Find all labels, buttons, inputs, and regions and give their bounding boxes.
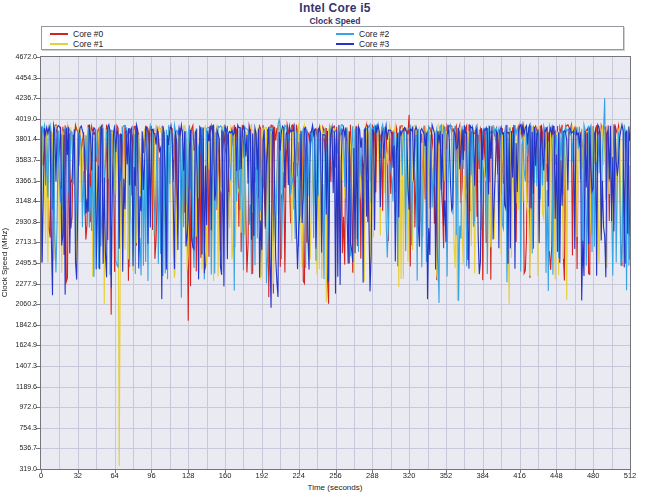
y-tick-label: 4236.7: [0, 94, 37, 102]
plot-canvas: [41, 57, 630, 469]
legend-item-core-0: Core #0: [50, 29, 103, 39]
x-tick-label: 480: [578, 472, 608, 480]
x-tick-label: 256: [321, 472, 351, 480]
y-tick-label: 754.3: [0, 424, 37, 432]
y-tick-label: 3801.4: [0, 135, 37, 143]
plot-area: [40, 56, 631, 470]
x-tick-label: 448: [541, 472, 571, 480]
clock-speed-chart: Intel Core i5 Clock Speed Core #0Core #1…: [0, 0, 670, 502]
y-tick-label: 4672.0: [0, 53, 37, 61]
legend-line-swatch: [50, 43, 68, 45]
legend-line-swatch: [336, 33, 354, 35]
y-tick-label: 3583.7: [0, 156, 37, 164]
y-tick-label: 3366.1: [0, 177, 37, 185]
x-tick-label: 64: [100, 472, 130, 480]
x-tick-label: 128: [173, 472, 203, 480]
y-tick-label: 972.0: [0, 403, 37, 411]
x-tick-label: 352: [431, 472, 461, 480]
legend-label: Core #2: [359, 29, 389, 39]
legend-label: Core #1: [73, 39, 103, 49]
legend-item-core-3: Core #3: [336, 39, 389, 49]
chart-title: Intel Core i5: [0, 1, 670, 15]
x-tick-label: 416: [505, 472, 535, 480]
y-axis-title: Clock Speed (MHz): [0, 193, 9, 333]
x-tick-label: 512: [615, 472, 645, 480]
y-tick-label: 1189.6: [0, 383, 37, 391]
y-tick-label: 4454.3: [0, 74, 37, 82]
legend-item-core-2: Core #2: [336, 29, 389, 39]
y-tick-label: 1407.3: [0, 362, 37, 370]
x-tick-label: 320: [394, 472, 424, 480]
chart-subtitle: Clock Speed: [0, 16, 670, 26]
legend-label: Core #0: [73, 29, 103, 39]
legend: Core #0Core #1Core #2Core #3: [41, 26, 624, 50]
y-tick-label: 1624.9: [0, 341, 37, 349]
x-axis-title: Time (seconds): [0, 483, 670, 492]
legend-line-swatch: [336, 43, 354, 45]
x-tick-label: 384: [468, 472, 498, 480]
y-tick-label: 4019.0: [0, 115, 37, 123]
legend-label: Core #3: [359, 39, 389, 49]
legend-item-core-1: Core #1: [50, 39, 103, 49]
x-tick-label: 224: [284, 472, 314, 480]
x-tick-label: 0: [26, 472, 56, 480]
y-tick-label: 536.7: [0, 444, 37, 452]
x-tick-label: 32: [63, 472, 93, 480]
legend-line-swatch: [50, 33, 68, 35]
x-tick-label: 192: [247, 472, 277, 480]
x-tick-label: 288: [357, 472, 387, 480]
x-tick-label: 96: [136, 472, 166, 480]
x-tick-label: 160: [210, 472, 240, 480]
